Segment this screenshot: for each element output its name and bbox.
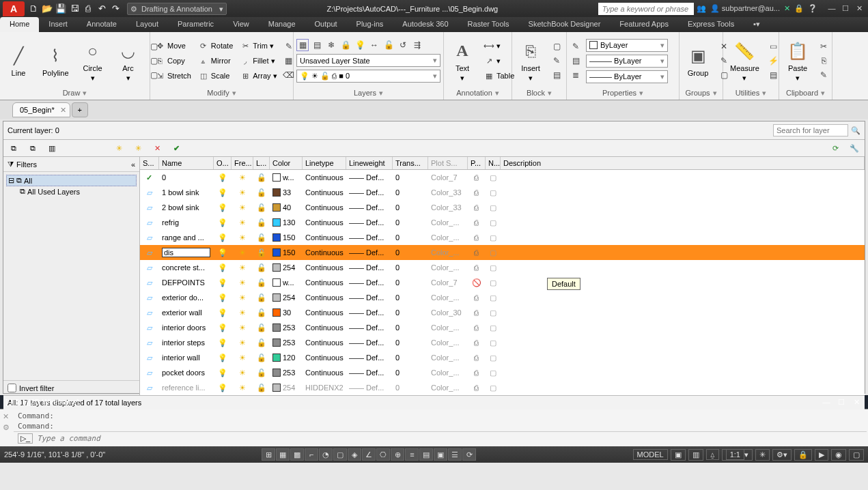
layer-lock-icon[interactable]: 🔒	[339, 39, 352, 51]
grid-icon[interactable]: ▩	[290, 448, 304, 461]
polyline-button[interactable]: ⌇Polyline	[38, 43, 73, 78]
col-header[interactable]: O...	[214, 157, 232, 169]
ducs-icon[interactable]: ⎔	[376, 448, 390, 461]
dim-linear-icon[interactable]: ⟷▾	[482, 40, 516, 52]
new-property-filter-icon[interactable]: ⧉	[8, 142, 20, 154]
qv-icon[interactable]: ▥	[688, 449, 703, 461]
set-current-icon[interactable]: ✔	[170, 142, 182, 154]
layer-row[interactable]: ▱💡☀🔓150Continuous—— Def...0Color_...⎙▢	[140, 245, 865, 260]
tab-manage[interactable]: Manage	[259, 17, 305, 32]
line-button[interactable]: ╱Line	[3, 43, 34, 78]
mirror-button[interactable]: ⟁Mirror	[197, 55, 234, 67]
col-header[interactable]: N...	[486, 157, 501, 169]
layer-match-icon[interactable]: ↔	[368, 39, 380, 51]
layer-off-icon[interactable]: 💡	[354, 39, 366, 51]
minimize-icon[interactable]: —	[826, 4, 838, 13]
copy-button[interactable]: ⎘Copy	[153, 55, 193, 67]
panel-title-utilities[interactable]: Utilities	[726, 88, 776, 98]
panel-title-layers[interactable]: Layers	[296, 88, 440, 98]
new-group-filter-icon[interactable]: ⧉	[27, 142, 39, 154]
layer-freeze-icon[interactable]: ❄	[325, 39, 337, 51]
anno-vis-icon[interactable]: ✳	[755, 449, 770, 461]
select-icon[interactable]: ▭	[768, 40, 780, 53]
tab-insert[interactable]: Insert	[39, 17, 77, 32]
qselect-icon[interactable]: ⚡	[768, 55, 780, 67]
col-header[interactable]: L...	[253, 157, 270, 169]
tab-home[interactable]: Home	[0, 17, 39, 32]
layer-name-edit[interactable]	[162, 248, 210, 257]
tab-sketchbook-designer[interactable]: SketchBook Designer	[519, 17, 611, 32]
vp-close-icon[interactable]: ✕	[850, 398, 863, 407]
array-button[interactable]: ⊞Array ▾	[238, 70, 278, 82]
layer-row[interactable]: ▱interior wall💡☀🔓120Continuous—— Def...0…	[140, 350, 865, 365]
panel-title-groups[interactable]: Groups	[682, 88, 720, 98]
fillet-button[interactable]: ◞Fillet ▾	[238, 55, 278, 67]
sc-icon[interactable]: ☰	[448, 448, 462, 461]
maximize-icon[interactable]: ☐	[839, 4, 852, 13]
layer-row[interactable]: ▱exterior wall💡☀🔓30Continuous—— Def...0C…	[140, 305, 865, 320]
col-header[interactable]: Description	[501, 157, 865, 169]
layer-grid[interactable]: ✓0💡☀🔓w...Continuous—— Def...0Color_7⎙▢▱1…	[140, 170, 865, 395]
col-header[interactable]: Trans...	[393, 157, 428, 169]
circle-button[interactable]: ○Circle▾	[77, 38, 109, 84]
layer-row[interactable]: ▱1 bowl sink💡☀🔓33Continuous—— Def...0Col…	[140, 185, 865, 200]
layer-row[interactable]: ▱exterior do...💡☀🔓254Continuous—— Def...…	[140, 290, 865, 305]
infer-icon[interactable]: ⊞	[262, 448, 275, 461]
create-block-icon[interactable]: ▢	[550, 40, 563, 53]
erase-icon[interactable]: ⌫	[283, 69, 295, 81]
layout-nav-icon[interactable]: ▣	[671, 449, 686, 461]
ws-switch-icon[interactable]: ⚙▾	[772, 449, 792, 461]
cut-icon[interactable]: ✂	[817, 40, 830, 53]
leader-icon[interactable]: ↗▾	[482, 55, 516, 67]
ortho-icon[interactable]: ⌐	[305, 448, 318, 461]
explode-icon[interactable]: ✎	[283, 40, 295, 53]
app-logo[interactable]: A	[3, 1, 25, 16]
saveas-icon[interactable]: 🖫	[68, 3, 81, 15]
layer-row[interactable]: ▱range and ...💡☀🔓150Continuous—— Def...0…	[140, 230, 865, 245]
layer-walk-icon[interactable]: ⇶	[411, 39, 423, 51]
layer-combo[interactable]: 💡 ☀ 🔓 ⎙ ■ 0	[296, 70, 440, 83]
group-button[interactable]: ▣Group	[682, 43, 714, 78]
measure-button[interactable]: 📏Measure▾	[726, 38, 764, 84]
tab-output[interactable]: Output	[305, 17, 347, 32]
osnap-icon[interactable]: ▢	[333, 448, 347, 461]
close-icon[interactable]: ✕	[853, 4, 865, 13]
exchange-icon[interactable]: ✕	[784, 4, 790, 13]
user-button[interactable]: 👤 subpartner@au...	[710, 4, 780, 13]
layer-row[interactable]: ▱reference li...💡☀🔓254HIDDENX2—— Def...0…	[140, 380, 865, 395]
refresh-icon[interactable]: ⟳	[829, 142, 841, 154]
tree-used-layers[interactable]: ⧉All Used Layers	[6, 186, 137, 197]
layer-row[interactable]: ▱refrig💡☀🔓130Continuous—— Def...0Color_.…	[140, 215, 865, 230]
anno-scale-icon[interactable]: ⍙	[706, 449, 719, 460]
cmd-opts-icon[interactable]: ⚙	[3, 423, 12, 432]
command-input[interactable]	[37, 434, 863, 443]
tab-extra-icon[interactable]: ▪▾	[744, 17, 770, 32]
file-tab[interactable]: 05_Begin*✕	[12, 102, 70, 117]
prop-icon2[interactable]: ▤	[570, 55, 582, 67]
tab-express-tools[interactable]: Express Tools	[678, 17, 744, 32]
panel-title-properties[interactable]: Properties	[570, 88, 676, 98]
undo-icon[interactable]: ↶	[96, 3, 108, 15]
isolate-icon[interactable]: ◉	[831, 449, 846, 461]
tab-autodesk-360[interactable]: Autodesk 360	[393, 17, 458, 32]
panel-title-draw[interactable]: Draw	[3, 88, 147, 98]
panel-title-annotation[interactable]: Annotation	[447, 88, 509, 98]
layer-row[interactable]: ▱2 bowl sink💡☀🔓40Continuous—— Def...0Col…	[140, 200, 865, 215]
layer-row[interactable]: ▱interior steps💡☀🔓253Continuous—— Def...…	[140, 335, 865, 350]
save-icon[interactable]: 💾	[55, 3, 67, 15]
help-icon[interactable]: ❔	[808, 4, 817, 13]
scale-button[interactable]: ◫Scale	[197, 70, 234, 82]
text-button[interactable]: AText▾	[447, 38, 478, 84]
layer-row[interactable]: ✓0💡☀🔓w...Continuous—— Def...0Color_7⎙▢	[140, 170, 865, 185]
otrack-icon[interactable]: ∠	[362, 448, 376, 461]
col-header[interactable]: Plot S...	[428, 157, 468, 169]
col-header[interactable]: Fre...	[232, 157, 253, 169]
new-layer-vp-icon[interactable]: ✳	[132, 142, 144, 154]
search-icon[interactable]: 🔍	[851, 126, 860, 135]
stretch-button[interactable]: ⇲Stretch	[153, 70, 193, 82]
signin-icon[interactable]: 👥	[697, 4, 706, 13]
clean-screen-icon[interactable]: ▢	[849, 449, 864, 461]
layer-states-icon[interactable]: ▥	[46, 142, 58, 154]
offset-icon[interactable]: ▦	[283, 55, 295, 67]
layer-search-input[interactable]	[773, 124, 848, 136]
